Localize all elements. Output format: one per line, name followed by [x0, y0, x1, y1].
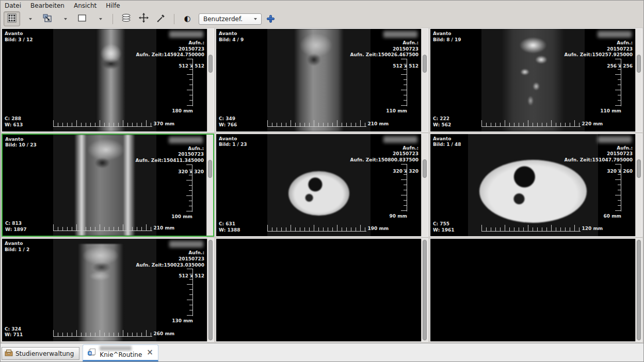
- horizontal-ruler: 190 mm: [267, 225, 389, 232]
- center-value: C: 222: [433, 116, 451, 122]
- viewport-cell[interactable]: AvantoBild: 10 / 23Aufn.:20150723Aufn. Z…: [2, 134, 214, 237]
- layout-grid-dropdown[interactable]: [21, 11, 38, 26]
- viewport-cell[interactable]: AvantoBild: 4 / 9Aufn.:20150723Aufn. Zei…: [216, 28, 428, 132]
- viewport-grid: AvantoBild: 3 / 12Aufn.:20150723Aufn. Ze…: [1, 27, 643, 343]
- viewport-scrollbar[interactable]: [421, 29, 428, 131]
- horizontal-ruler: 260 mm: [53, 330, 175, 337]
- viewport-cell[interactable]: [430, 238, 642, 342]
- tab-patient-label: Knie^Routine: [100, 352, 142, 358]
- acquisition-date: 20150723: [136, 152, 204, 158]
- viewport-cell[interactable]: AvantoBild: 1 / 48Aufn.:20150723Aufn. Ze…: [430, 134, 642, 237]
- preset-dropdown[interactable]: Benutzerdef.: [199, 13, 262, 25]
- mri-viewport[interactable]: [430, 239, 635, 341]
- viewport-cell[interactable]: AvantoBild: 8 / 19Aufn.:20150723Aufn. Ze…: [430, 28, 642, 132]
- overlay-window-level: C: 631W: 1388: [219, 221, 240, 233]
- acquisition-date: 20150723: [565, 151, 633, 157]
- scrollbar-thumb[interactable]: [208, 240, 213, 340]
- scrollbar-thumb[interactable]: [637, 55, 641, 73]
- add-preset-plus-icon[interactable]: [267, 15, 275, 23]
- overlay-device-info: AvantoBild: 3 / 12: [5, 31, 33, 43]
- mri-viewport[interactable]: AvantoBild: 10 / 23Aufn.:20150723Aufn. Z…: [3, 135, 206, 236]
- horizontal-ruler-label: 190 mm: [368, 226, 389, 232]
- menu-hilfe[interactable]: Hilfe: [106, 2, 124, 10]
- series-stack-icon: [121, 13, 131, 24]
- layout-grid-button[interactable]: [4, 11, 20, 26]
- viewport-cell[interactable]: AvantoBild: 1 / 2Aufn.:20150723Aufn. Zei…: [2, 238, 214, 342]
- pan-move-icon: [139, 13, 149, 25]
- viewport-scrollbar[interactable]: [207, 29, 214, 131]
- vertical-ruler-label: 180 mm: [172, 108, 193, 113]
- probe-eyedropper-button[interactable]: [153, 11, 169, 26]
- mri-viewport[interactable]: AvantoBild: 8 / 19Aufn.:20150723Aufn. Ze…: [430, 29, 635, 131]
- mri-viewport[interactable]: AvantoBild: 1 / 48Aufn.:20150723Aufn. Ze…: [430, 134, 635, 237]
- overlay-window-level: C: 288W: 613: [5, 116, 23, 128]
- device-name: Avanto: [219, 136, 247, 142]
- zoom-fit-dropdown[interactable]: [56, 11, 73, 26]
- menu-bearbeiten[interactable]: Bearbeiten: [30, 2, 69, 10]
- viewport-cell[interactable]: AvantoBild: 1 / 23Aufn.:20150723Aufn. Ze…: [216, 134, 428, 237]
- overlay-device-info: AvantoBild: 10 / 23: [5, 137, 37, 149]
- mri-viewport[interactable]: [216, 239, 421, 341]
- viewport-scrollbar[interactable]: [206, 135, 213, 236]
- horizontal-ruler: 220 mm: [481, 120, 603, 127]
- viewport-scrollbar[interactable]: [635, 134, 642, 237]
- close-tab-icon[interactable]: ×: [147, 349, 153, 356]
- scrollbar-thumb[interactable]: [423, 159, 427, 178]
- image-matrix-size: 320 x 260: [565, 169, 633, 175]
- window-level-button[interactable]: ◐: [179, 11, 196, 26]
- image-matrix-size: 256 x 256: [565, 63, 633, 70]
- chevron-down-icon: [254, 18, 257, 20]
- scrollbar-thumb[interactable]: [423, 55, 427, 73]
- viewport-scrollbar[interactable]: [207, 239, 214, 341]
- mri-image: [294, 29, 344, 131]
- image-matrix-size: 512 x 512: [350, 63, 418, 70]
- scrollbar-thumb[interactable]: [637, 240, 641, 340]
- vertical-ruler-ticks: [615, 59, 621, 106]
- viewport-cell[interactable]: [216, 238, 428, 342]
- center-value: C: 288: [5, 116, 23, 122]
- scrollbar-thumb[interactable]: [208, 55, 213, 73]
- mri-viewport[interactable]: AvantoBild: 1 / 2Aufn.:20150723Aufn. Zei…: [2, 239, 207, 341]
- menu-datei[interactable]: Datei: [5, 2, 26, 10]
- acquisition-time: Aufn. Zeit:145924.750000: [136, 52, 204, 58]
- preset-dropdown-value: Benutzerdef.: [203, 15, 243, 23]
- mri-viewport[interactable]: AvantoBild: 1 / 23Aufn.:20150723Aufn. Ze…: [216, 134, 421, 237]
- vertical-ruler-label: 100 mm: [171, 214, 192, 219]
- viewport-scrollbar[interactable]: [635, 29, 642, 131]
- background-square-button[interactable]: [74, 11, 90, 26]
- viewport-scrollbar[interactable]: [421, 134, 428, 237]
- vertical-ruler-ticks: [615, 164, 621, 211]
- tab-studienverwaltung[interactable]: Studienverwaltung: [2, 347, 79, 360]
- pan-move-button[interactable]: [135, 11, 152, 26]
- image-stack-icon: o: [88, 349, 96, 357]
- viewport-scrollbar[interactable]: [635, 239, 642, 341]
- horizontal-ruler-ticks: [481, 225, 581, 232]
- patient-name-redacted: [100, 346, 132, 351]
- patient-name-redacted: [383, 136, 417, 143]
- viewport-scrollbar[interactable]: [421, 239, 428, 341]
- background-square-dropdown[interactable]: [91, 11, 108, 26]
- acquisition-time: Aufn. Zeit:150026.467500: [350, 52, 418, 58]
- image-matrix-size: 320 x 320: [350, 169, 418, 175]
- tab-patient-knie-routine[interactable]: o Knie^Routine ×: [83, 344, 158, 361]
- mri-viewport[interactable]: AvantoBild: 4 / 9Aufn.:20150723Aufn. Zei…: [216, 29, 421, 131]
- device-name: Avanto: [5, 241, 29, 247]
- image-matrix-size: 512 x 512: [136, 273, 204, 279]
- menu-ansicht[interactable]: Ansicht: [74, 2, 101, 10]
- vertical-ruler: 130 mm: [172, 269, 193, 323]
- patient-name-redacted: [169, 31, 203, 38]
- acquisition-date-label: Aufn.:: [350, 145, 418, 152]
- scrollbar-thumb[interactable]: [637, 159, 641, 178]
- patient-name-redacted: [169, 137, 203, 143]
- mri-viewport[interactable]: AvantoBild: 3 / 12Aufn.:20150723Aufn. Ze…: [2, 29, 207, 131]
- series-stack-button[interactable]: [118, 11, 134, 26]
- viewport-cell[interactable]: AvantoBild: 3 / 12Aufn.:20150723Aufn. Ze…: [2, 28, 214, 132]
- zoom-fit-button[interactable]: [39, 11, 55, 26]
- patient-name-redacted: [598, 31, 632, 38]
- horizontal-ruler-label: 220 mm: [582, 121, 603, 127]
- scrollbar-thumb[interactable]: [423, 240, 427, 340]
- scrollbar-thumb[interactable]: [208, 160, 212, 178]
- acquisition-date: 20150723: [350, 151, 418, 157]
- chevron-down-icon: [64, 18, 67, 20]
- vertical-ruler-label: 110 mm: [386, 108, 407, 113]
